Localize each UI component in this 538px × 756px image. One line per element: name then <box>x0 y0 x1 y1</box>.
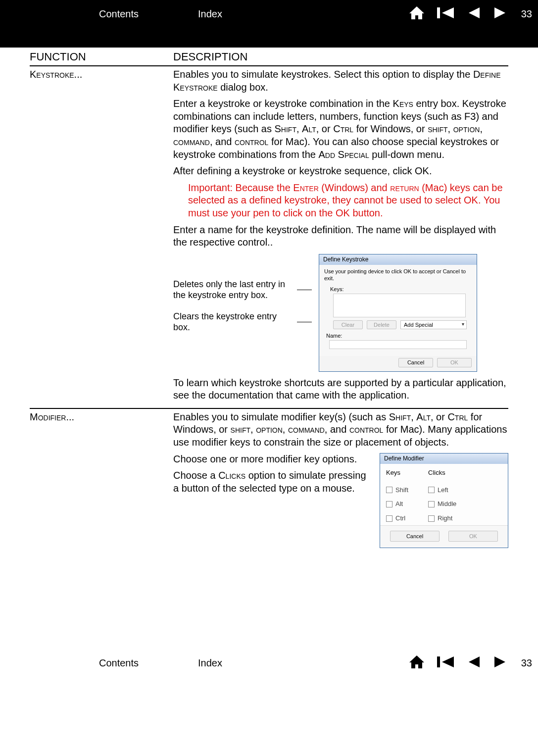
header-spacer <box>0 28 538 48</box>
dialog-instruction: Use your pointing device to click OK to … <box>324 268 472 282</box>
col-header-description: DESCRIPTION <box>173 48 508 66</box>
checkbox-icon <box>428 515 435 522</box>
page-number-bottom: 33 <box>521 657 532 669</box>
anno-delete: Deletes only the last entry in the keyst… <box>173 279 295 301</box>
first-page-icon[interactable] <box>436 655 456 672</box>
nav-contents[interactable]: Contents <box>99 657 139 669</box>
name-label: Name: <box>326 332 472 339</box>
desc-keystroke: Enables you to simulate keystrokes. Sele… <box>173 66 508 408</box>
nav-icon-group: 33 <box>408 5 538 23</box>
checkbox-icon <box>428 501 435 507</box>
next-page-icon[interactable] <box>492 655 507 672</box>
function-table: FUNCTION DESCRIPTION Keystroke... Enable… <box>30 48 508 550</box>
function-modifier: Modifier... <box>30 408 173 551</box>
home-icon[interactable] <box>408 5 425 23</box>
checkbox-icon <box>386 515 392 522</box>
anno-clear: Clears the keystroke entry box. <box>173 311 295 333</box>
home-icon[interactable] <box>408 655 425 672</box>
shift-checkbox[interactable]: Shift <box>386 486 408 495</box>
ok-button[interactable]: OK <box>437 358 472 367</box>
leader-line-icon <box>297 290 312 290</box>
desc-modifier: Enables you to simulate modifier key(s) … <box>173 408 508 551</box>
page-content: FUNCTION DESCRIPTION Keystroke... Enable… <box>0 48 538 649</box>
dialog-title: Define Modifier <box>380 454 508 464</box>
header-bar: Contents Index 33 <box>0 0 538 28</box>
keystroke-annotations: Deletes only the last entry in the keyst… <box>173 254 312 333</box>
function-keystroke: Keystroke... <box>30 66 173 408</box>
ok-button[interactable]: OK <box>448 531 498 542</box>
prev-page-icon[interactable] <box>467 655 482 672</box>
ctrl-checkbox[interactable]: Ctrl <box>386 514 408 523</box>
svg-rect-0 <box>437 7 440 18</box>
clear-button[interactable]: Clear <box>333 320 363 329</box>
nav-icon-group: 33 <box>408 655 538 672</box>
page-number-top: 33 <box>521 8 532 20</box>
leader-line-icon <box>297 322 312 322</box>
add-special-dropdown[interactable]: Add Special <box>400 320 467 329</box>
first-page-icon[interactable] <box>436 5 456 23</box>
cancel-button[interactable]: Cancel <box>398 358 433 367</box>
col-header-function: FUNCTION <box>30 48 173 66</box>
footer-bar: Contents Index 33 <box>0 649 538 677</box>
checkbox-icon <box>386 501 392 507</box>
alt-checkbox[interactable]: Alt <box>386 500 408 508</box>
checkbox-icon <box>386 487 392 493</box>
keys-entry-box[interactable] <box>333 294 466 317</box>
clicks-column-header: Clicks <box>428 469 456 477</box>
define-keystroke-dialog: Define Keystroke Use your pointing devic… <box>319 254 477 372</box>
keys-column-header: Keys <box>386 469 408 477</box>
keys-label: Keys: <box>330 286 472 293</box>
next-page-icon[interactable] <box>492 5 507 23</box>
nav-index[interactable]: Index <box>198 8 222 20</box>
checkbox-icon <box>428 487 435 493</box>
prev-page-icon[interactable] <box>467 5 482 23</box>
middle-checkbox[interactable]: Middle <box>428 500 456 508</box>
left-checkbox[interactable]: Left <box>428 486 456 495</box>
nav-index[interactable]: Index <box>198 657 222 669</box>
dialog-title: Define Keystroke <box>319 254 477 265</box>
right-checkbox[interactable]: Right <box>428 514 456 523</box>
name-input[interactable] <box>329 340 467 349</box>
define-modifier-dialog: Define Modifier Keys Shift Alt Ctrl Clic… <box>380 453 508 549</box>
cancel-button[interactable]: Cancel <box>390 531 440 542</box>
nav-contents[interactable]: Contents <box>99 8 139 20</box>
delete-button[interactable]: Delete <box>367 320 396 329</box>
svg-rect-1 <box>437 656 440 667</box>
